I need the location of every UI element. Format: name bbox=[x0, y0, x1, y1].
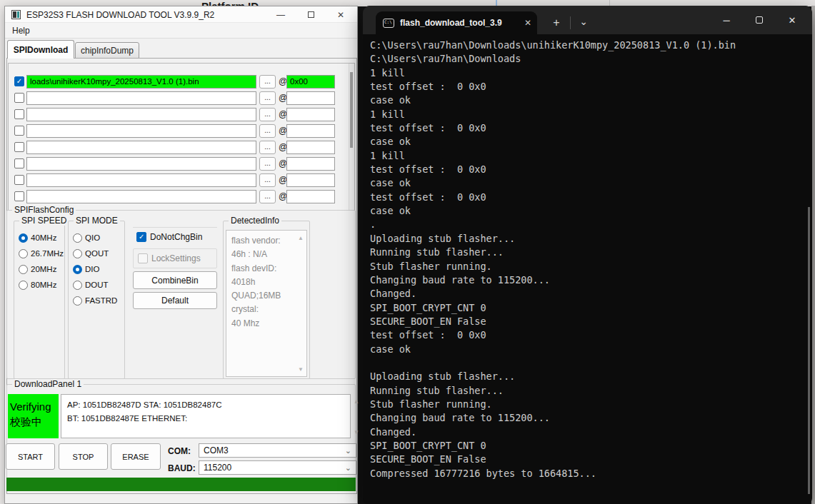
offset-field[interactable] bbox=[286, 91, 335, 105]
maximize-button[interactable] bbox=[743, 6, 776, 34]
combinebin-button[interactable]: CombineBin bbox=[133, 271, 217, 289]
terminal-titlebar[interactable]: flash_download_tool_3.9 ✕ + ⌄ ─ ✕ bbox=[363, 6, 812, 34]
radio-option-267mhz[interactable]: 26.7MHz bbox=[19, 248, 64, 259]
flash-tool-titlebar[interactable]: ESP32S3 FLASH DOWNLOAD TOOL V3.9.9_R2 — … bbox=[5, 6, 357, 23]
radio-label: QOUT bbox=[85, 249, 109, 258]
radio-option-dio[interactable]: DIO bbox=[73, 263, 99, 275]
file-row: ✓ ... @ bbox=[5, 190, 359, 203]
radio-icon[interactable] bbox=[73, 265, 82, 274]
file-row: ✓ ... @ bbox=[5, 91, 359, 105]
file-path-field[interactable] bbox=[26, 173, 256, 187]
tab-close-icon[interactable]: ✕ bbox=[524, 18, 531, 28]
browse-button[interactable]: ... bbox=[259, 190, 276, 203]
erase-button[interactable]: ERASE bbox=[111, 443, 161, 470]
tab-dropdown-button[interactable]: ⌄ bbox=[574, 13, 593, 30]
radio-option-20mhz[interactable]: 20MHz bbox=[19, 263, 56, 275]
terminal-line: 1 kill bbox=[370, 149, 812, 163]
com-port-value: COM3 bbox=[204, 445, 229, 455]
maximize-icon bbox=[756, 16, 763, 24]
terminal-line: case ok bbox=[370, 176, 812, 190]
file-path-field[interactable] bbox=[26, 190, 256, 203]
minimize-button[interactable]: ─ bbox=[710, 6, 743, 34]
maximize-button[interactable] bbox=[296, 6, 326, 23]
browse-button[interactable]: ... bbox=[259, 108, 276, 121]
browse-button[interactable]: ... bbox=[259, 75, 276, 89]
radio-icon[interactable] bbox=[73, 281, 82, 290]
terminal-tab[interactable]: flash_download_tool_3.9 ✕ bbox=[376, 11, 537, 34]
file-list-scrollbar-thumb[interactable] bbox=[350, 72, 353, 148]
radio-icon[interactable] bbox=[73, 249, 82, 258]
radio-icon[interactable] bbox=[19, 233, 28, 243]
file-path-field[interactable] bbox=[26, 157, 256, 171]
radio-icon[interactable] bbox=[19, 265, 28, 274]
radio-option-qio[interactable]: QIO bbox=[73, 232, 100, 243]
browse-button[interactable]: ... bbox=[259, 173, 276, 187]
offset-field[interactable] bbox=[286, 108, 335, 121]
file-path-field[interactable] bbox=[26, 108, 256, 121]
scroll-down-icon[interactable]: ▼ bbox=[298, 366, 304, 373]
file-checkbox[interactable]: ✓ bbox=[14, 142, 24, 152]
donotchgbin-checkbox-row[interactable]: DoNotChgBin bbox=[136, 232, 202, 242]
terminal-scrollbar-thumb[interactable] bbox=[808, 207, 810, 494]
scroll-up-icon[interactable]: ▲ bbox=[354, 398, 359, 405]
radio-icon[interactable] bbox=[73, 233, 82, 243]
terminal-line: C:\Users\rau7han\Downloads bbox=[370, 52, 812, 66]
terminal-line: case ok bbox=[370, 135, 812, 148]
baud-rate-select[interactable]: 115200 ⌄ bbox=[199, 460, 356, 475]
close-button[interactable]: ✕ bbox=[326, 6, 356, 23]
status-text-zh: 校验中 bbox=[10, 414, 59, 429]
locksettings-checkbox[interactable] bbox=[138, 253, 148, 263]
scroll-down-icon[interactable]: ▼ bbox=[354, 429, 359, 435]
radio-icon[interactable] bbox=[19, 249, 28, 258]
tab-chipinfodump[interactable]: chipInfoDump bbox=[75, 42, 139, 59]
radio-option-80mhz[interactable]: 80MHz bbox=[19, 279, 56, 291]
radio-option-qout[interactable]: QOUT bbox=[73, 248, 109, 259]
file-checkbox[interactable]: ✓ bbox=[14, 109, 24, 119]
file-checkbox[interactable]: ✓ bbox=[14, 158, 24, 168]
file-checkbox[interactable]: ✓ bbox=[14, 76, 24, 86]
terminal-line: Running stub flasher... bbox=[370, 246, 812, 259]
radio-icon[interactable] bbox=[19, 281, 28, 290]
locksettings-checkbox-row[interactable]: LockSettings bbox=[138, 253, 201, 263]
terminal-output[interactable]: C:\Users\rau7han\Downloads\unihikerK10mp… bbox=[363, 34, 812, 504]
radio-icon[interactable] bbox=[73, 296, 82, 306]
offset-field[interactable] bbox=[286, 124, 335, 138]
offset-field[interactable] bbox=[286, 141, 335, 154]
radio-label: 40MHz bbox=[31, 233, 56, 242]
menu-item-help[interactable]: Help bbox=[12, 26, 30, 36]
donotchgbin-checkbox[interactable] bbox=[136, 232, 146, 242]
stop-button[interactable]: STOP bbox=[59, 443, 108, 470]
file-path-field[interactable] bbox=[26, 91, 256, 105]
browse-button[interactable]: ... bbox=[259, 157, 276, 171]
default-button[interactable]: Default bbox=[133, 292, 217, 309]
detected-info-line: 4018h bbox=[231, 276, 281, 289]
file-path-field[interactable] bbox=[26, 124, 256, 138]
offset-field[interactable] bbox=[286, 173, 335, 187]
browse-button[interactable]: ... bbox=[259, 141, 276, 154]
file-checkbox[interactable]: ✓ bbox=[14, 175, 24, 185]
spi-speed-group: SPI SPEED 40MHz26.7MHz20MHz80MHz bbox=[14, 221, 65, 379]
tab-spidownload[interactable]: SPIDownload bbox=[7, 40, 74, 59]
file-checkbox[interactable]: ✓ bbox=[14, 191, 24, 201]
donotchgbin-label: DoNotChgBin bbox=[150, 232, 202, 242]
browse-button[interactable]: ... bbox=[259, 91, 276, 105]
new-tab-button[interactable]: + bbox=[547, 14, 566, 31]
file-path-field[interactable] bbox=[26, 141, 256, 154]
download-progress-bar bbox=[6, 478, 356, 491]
radio-option-dout[interactable]: DOUT bbox=[73, 279, 109, 291]
radio-option-fastrd[interactable]: FASTRD bbox=[73, 295, 117, 306]
minimize-button[interactable]: — bbox=[266, 6, 296, 23]
mac-info-field: AP: 1051DB82487D STA: 1051DB82487C BT: 1… bbox=[61, 394, 351, 438]
start-button[interactable]: START bbox=[6, 443, 55, 470]
com-port-select[interactable]: COM3 ⌄ bbox=[199, 443, 356, 458]
file-path-field[interactable]: loads\unihikerK10mpy_20250813_V1.0 (1).b… bbox=[26, 75, 256, 89]
offset-field[interactable]: 0x00 bbox=[286, 75, 335, 89]
scroll-up-icon[interactable]: ▲ bbox=[298, 235, 304, 241]
offset-field[interactable] bbox=[286, 157, 335, 171]
offset-field[interactable] bbox=[286, 190, 335, 203]
browse-button[interactable]: ... bbox=[259, 124, 276, 138]
close-button[interactable]: ✕ bbox=[776, 6, 809, 34]
file-checkbox[interactable]: ✓ bbox=[14, 93, 24, 103]
radio-option-40mhz[interactable]: 40MHz bbox=[19, 232, 56, 243]
file-checkbox[interactable]: ✓ bbox=[14, 126, 24, 136]
